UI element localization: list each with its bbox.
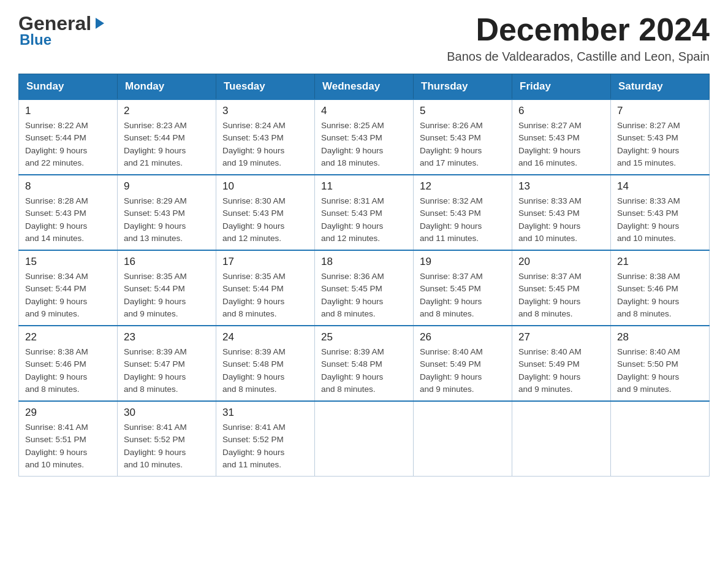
page-header: General Blue December 2024 Banos de Vald… [18, 12, 710, 64]
day-info: Sunrise: 8:22 AMSunset: 5:44 PMDaylight:… [25, 120, 111, 169]
day-number: 31 [222, 407, 308, 419]
calendar-cell: 15Sunrise: 8:34 AMSunset: 5:44 PMDayligh… [19, 250, 118, 326]
calendar-cell: 12Sunrise: 8:32 AMSunset: 5:43 PMDayligh… [414, 175, 512, 250]
day-number: 9 [124, 180, 210, 193]
day-number: 2 [124, 105, 210, 117]
calendar-cell [512, 401, 611, 477]
day-info: Sunrise: 8:24 AMSunset: 5:43 PMDaylight:… [222, 120, 308, 169]
month-year-title: December 2024 [447, 12, 710, 47]
day-number: 18 [321, 256, 407, 268]
weekday-header-monday: Monday [118, 74, 216, 100]
day-number: 3 [222, 105, 308, 117]
calendar-table: SundayMondayTuesdayWednesdayThursdayFrid… [18, 74, 710, 477]
weekday-header-wednesday: Wednesday [315, 74, 414, 100]
calendar-cell: 31Sunrise: 8:41 AMSunset: 5:52 PMDayligh… [216, 401, 315, 477]
day-info: Sunrise: 8:37 AMSunset: 5:45 PMDaylight:… [420, 270, 506, 320]
logo: General Blue [18, 12, 107, 48]
day-number: 19 [420, 256, 506, 268]
weekday-header-row: SundayMondayTuesdayWednesdayThursdayFrid… [19, 74, 710, 100]
calendar-cell: 29Sunrise: 8:41 AMSunset: 5:51 PMDayligh… [19, 401, 118, 477]
day-number: 4 [321, 105, 407, 117]
day-info: Sunrise: 8:38 AMSunset: 5:46 PMDaylight:… [617, 270, 703, 320]
calendar-week-row: 22Sunrise: 8:38 AMSunset: 5:46 PMDayligh… [19, 326, 710, 401]
day-number: 30 [124, 407, 210, 419]
day-info: Sunrise: 8:39 AMSunset: 5:47 PMDaylight:… [124, 346, 210, 396]
day-info: Sunrise: 8:28 AMSunset: 5:43 PMDaylight:… [25, 195, 111, 245]
calendar-cell: 23Sunrise: 8:39 AMSunset: 5:47 PMDayligh… [118, 326, 216, 401]
calendar-cell: 19Sunrise: 8:37 AMSunset: 5:45 PMDayligh… [414, 250, 512, 326]
calendar-cell: 2Sunrise: 8:23 AMSunset: 5:44 PMDaylight… [118, 99, 216, 175]
day-number: 8 [25, 180, 111, 193]
calendar-week-row: 29Sunrise: 8:41 AMSunset: 5:51 PMDayligh… [19, 401, 710, 477]
day-info: Sunrise: 8:40 AMSunset: 5:49 PMDaylight:… [420, 346, 506, 396]
day-number: 25 [321, 331, 407, 343]
calendar-cell: 27Sunrise: 8:40 AMSunset: 5:49 PMDayligh… [512, 326, 611, 401]
calendar-cell: 11Sunrise: 8:31 AMSunset: 5:43 PMDayligh… [315, 175, 414, 250]
day-info: Sunrise: 8:34 AMSunset: 5:44 PMDaylight:… [25, 270, 111, 320]
day-info: Sunrise: 8:41 AMSunset: 5:52 PMDaylight:… [124, 421, 210, 471]
day-number: 20 [518, 256, 604, 268]
day-info: Sunrise: 8:31 AMSunset: 5:43 PMDaylight:… [321, 195, 407, 245]
weekday-header-thursday: Thursday [414, 74, 512, 100]
calendar-cell: 5Sunrise: 8:26 AMSunset: 5:43 PMDaylight… [414, 99, 512, 175]
day-info: Sunrise: 8:35 AMSunset: 5:44 PMDaylight:… [222, 270, 308, 320]
day-number: 24 [222, 331, 308, 343]
day-info: Sunrise: 8:33 AMSunset: 5:43 PMDaylight:… [518, 195, 604, 245]
calendar-cell: 30Sunrise: 8:41 AMSunset: 5:52 PMDayligh… [118, 401, 216, 477]
logo-text-blue: Blue [20, 31, 51, 48]
weekday-header-sunday: Sunday [19, 74, 118, 100]
day-info: Sunrise: 8:33 AMSunset: 5:43 PMDaylight:… [617, 195, 703, 245]
calendar-cell: 3Sunrise: 8:24 AMSunset: 5:43 PMDaylight… [216, 99, 315, 175]
calendar-cell: 18Sunrise: 8:36 AMSunset: 5:45 PMDayligh… [315, 250, 414, 326]
day-number: 14 [617, 180, 703, 193]
day-info: Sunrise: 8:39 AMSunset: 5:48 PMDaylight:… [222, 346, 308, 396]
day-info: Sunrise: 8:38 AMSunset: 5:46 PMDaylight:… [25, 346, 111, 396]
day-number: 23 [124, 331, 210, 343]
day-number: 27 [518, 331, 604, 343]
svg-marker-0 [96, 18, 104, 29]
calendar-cell: 24Sunrise: 8:39 AMSunset: 5:48 PMDayligh… [216, 326, 315, 401]
day-info: Sunrise: 8:26 AMSunset: 5:43 PMDaylight:… [420, 120, 506, 169]
day-info: Sunrise: 8:25 AMSunset: 5:43 PMDaylight:… [321, 120, 407, 169]
calendar-cell: 26Sunrise: 8:40 AMSunset: 5:49 PMDayligh… [414, 326, 512, 401]
weekday-header-tuesday: Tuesday [216, 74, 315, 100]
day-info: Sunrise: 8:27 AMSunset: 5:43 PMDaylight:… [518, 120, 604, 169]
calendar-cell: 4Sunrise: 8:25 AMSunset: 5:43 PMDaylight… [315, 99, 414, 175]
calendar-cell: 20Sunrise: 8:37 AMSunset: 5:45 PMDayligh… [512, 250, 611, 326]
day-number: 16 [124, 256, 210, 268]
day-info: Sunrise: 8:35 AMSunset: 5:44 PMDaylight:… [124, 270, 210, 320]
day-number: 13 [518, 180, 604, 193]
day-number: 29 [25, 407, 111, 419]
day-number: 17 [222, 256, 308, 268]
day-info: Sunrise: 8:41 AMSunset: 5:51 PMDaylight:… [25, 421, 111, 471]
calendar-cell: 28Sunrise: 8:40 AMSunset: 5:50 PMDayligh… [611, 326, 710, 401]
calendar-cell: 16Sunrise: 8:35 AMSunset: 5:44 PMDayligh… [118, 250, 216, 326]
day-info: Sunrise: 8:41 AMSunset: 5:52 PMDaylight:… [222, 421, 308, 471]
day-info: Sunrise: 8:40 AMSunset: 5:49 PMDaylight:… [518, 346, 604, 396]
calendar-week-row: 15Sunrise: 8:34 AMSunset: 5:44 PMDayligh… [19, 250, 710, 326]
day-number: 22 [25, 331, 111, 343]
calendar-cell: 6Sunrise: 8:27 AMSunset: 5:43 PMDaylight… [512, 99, 611, 175]
day-number: 10 [222, 180, 308, 193]
calendar-week-row: 8Sunrise: 8:28 AMSunset: 5:43 PMDaylight… [19, 175, 710, 250]
calendar-week-row: 1Sunrise: 8:22 AMSunset: 5:44 PMDaylight… [19, 99, 710, 175]
calendar-cell [611, 401, 710, 477]
day-number: 7 [617, 105, 703, 117]
calendar-title-area: December 2024 Banos de Valdearados, Cast… [447, 12, 710, 64]
day-info: Sunrise: 8:39 AMSunset: 5:48 PMDaylight:… [321, 346, 407, 396]
weekday-header-friday: Friday [512, 74, 611, 100]
calendar-cell [414, 401, 512, 477]
calendar-cell: 1Sunrise: 8:22 AMSunset: 5:44 PMDaylight… [19, 99, 118, 175]
calendar-cell [315, 401, 414, 477]
day-number: 15 [25, 256, 111, 268]
day-number: 1 [25, 105, 111, 117]
calendar-cell: 25Sunrise: 8:39 AMSunset: 5:48 PMDayligh… [315, 326, 414, 401]
day-number: 11 [321, 180, 407, 193]
calendar-cell: 22Sunrise: 8:38 AMSunset: 5:46 PMDayligh… [19, 326, 118, 401]
calendar-cell: 21Sunrise: 8:38 AMSunset: 5:46 PMDayligh… [611, 250, 710, 326]
day-info: Sunrise: 8:32 AMSunset: 5:43 PMDaylight:… [420, 195, 506, 245]
day-info: Sunrise: 8:27 AMSunset: 5:43 PMDaylight:… [617, 120, 703, 169]
day-info: Sunrise: 8:36 AMSunset: 5:45 PMDaylight:… [321, 270, 407, 320]
calendar-cell: 9Sunrise: 8:29 AMSunset: 5:43 PMDaylight… [118, 175, 216, 250]
calendar-cell: 10Sunrise: 8:30 AMSunset: 5:43 PMDayligh… [216, 175, 315, 250]
